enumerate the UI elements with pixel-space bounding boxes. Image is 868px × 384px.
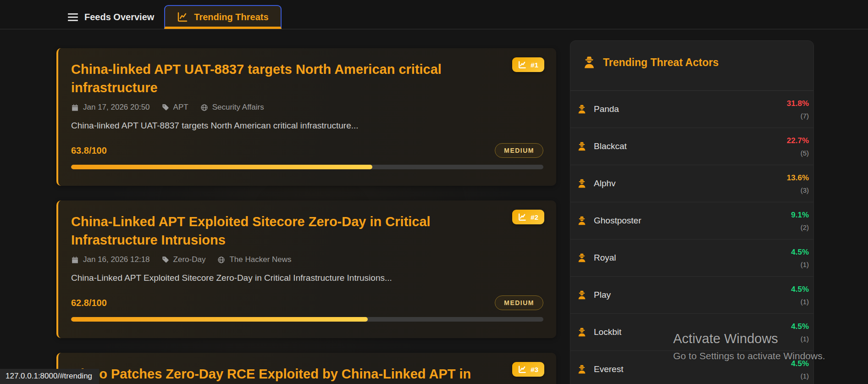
actor-name: Alphv xyxy=(594,178,616,189)
actor-trend-percent: 4.5% xyxy=(791,248,809,257)
actor-identity: Alphv xyxy=(577,178,616,189)
score-progress-track xyxy=(71,165,543,169)
threat-source: The Hacker News xyxy=(217,255,291,264)
actor-identity: Panda xyxy=(577,104,619,114)
actors-panel-header: Trending Threat Actors xyxy=(570,41,813,91)
actor-identity: Blackcat xyxy=(577,141,627,151)
spy-user-icon xyxy=(577,216,587,226)
threat-date: Jan 17, 2026 20:50 xyxy=(71,103,150,112)
actor-name: Play xyxy=(594,290,611,300)
actor-stats: 4.5% (1) xyxy=(791,322,809,343)
threat-title: Cisco Patches Zero-Day RCE Exploited by … xyxy=(71,365,502,384)
tab-bar: Feeds Overview Trending Threats xyxy=(0,0,868,29)
threat-actor-row[interactable]: Blackcat 22.7% (5) xyxy=(570,128,813,165)
actor-mention-count: (1) xyxy=(801,298,809,306)
spy-user-icon xyxy=(577,327,587,337)
actor-name: Panda xyxy=(594,104,619,114)
actor-trend-percent: 9.1% xyxy=(791,211,809,220)
actor-mention-count: (1) xyxy=(801,335,809,343)
actor-list: Panda 31.8% (7) Blackcat 22.7% (5) Alphv… xyxy=(570,91,813,384)
threat-card[interactable]: #3 Cisco Patches Zero-Day RCE Exploited … xyxy=(56,353,556,384)
tab-trending-threats-label: Trending Threats xyxy=(194,12,268,22)
actor-identity: Play xyxy=(577,290,611,300)
threat-date: Jan 16, 2026 12:18 xyxy=(71,255,150,264)
actor-stats: 31.8% (7) xyxy=(787,99,809,120)
actor-trend-percent: 22.7% xyxy=(787,136,809,145)
actor-trend-percent: 31.8% xyxy=(787,99,809,108)
actor-name: Royal xyxy=(594,253,616,263)
spy-user-icon xyxy=(577,364,587,374)
calendar-icon xyxy=(71,256,79,264)
actor-mention-count: (2) xyxy=(801,223,809,231)
rank-number: #1 xyxy=(531,61,538,69)
threat-card[interactable]: #2 China-Linked APT Exploited Sitecore Z… xyxy=(56,200,556,338)
actor-trend-percent: 4.5% xyxy=(791,285,809,294)
globe-icon xyxy=(217,256,225,264)
threat-description: China-linked APT UAT-8837 targets North … xyxy=(71,121,543,131)
trending-threats-list: #1 China-linked APT UAT-8837 targets Nor… xyxy=(56,48,556,384)
chart-line-icon xyxy=(177,11,188,22)
threat-tag: APT xyxy=(162,103,188,112)
chart-line-icon xyxy=(518,61,526,69)
threat-score: 63.8/100 xyxy=(71,145,107,156)
spy-user-icon xyxy=(577,104,587,114)
actor-mention-count: (1) xyxy=(801,261,809,268)
status-bar-url: 127.0.0.1:8000/#trending xyxy=(0,369,99,384)
threat-actor-row[interactable]: Royal 4.5% (1) xyxy=(570,239,813,277)
trend-rank-badge: #3 xyxy=(512,362,544,377)
actor-name: Blackcat xyxy=(594,141,627,151)
threat-actor-row[interactable]: Alphv 13.6% (3) xyxy=(570,165,813,202)
threat-score-row: 63.8/100 MEDIUM xyxy=(71,143,543,158)
tag-icon xyxy=(162,256,169,263)
threat-title: China-Linked APT Exploited Sitecore Zero… xyxy=(71,212,502,249)
globe-icon xyxy=(200,104,208,111)
actor-mention-count: (7) xyxy=(801,112,809,120)
actor-identity: Everest xyxy=(577,364,623,374)
threat-title: China-linked APT UAT-8837 targets North … xyxy=(71,60,502,97)
actor-stats: 13.6% (3) xyxy=(787,173,809,194)
actor-stats: 4.5% (1) xyxy=(791,285,809,306)
threat-card[interactable]: #1 China-linked APT UAT-8837 targets Nor… xyxy=(56,48,556,186)
threat-source: Security Affairs xyxy=(200,103,264,112)
chart-line-icon xyxy=(518,365,526,373)
threat-actor-row[interactable]: Panda 31.8% (7) xyxy=(570,91,813,128)
rank-number: #3 xyxy=(531,366,538,373)
tab-trending-threats[interactable]: Trending Threats xyxy=(164,5,281,29)
trending-threat-actors-panel: Trending Threat Actors Panda 31.8% (7) B… xyxy=(570,40,814,384)
threat-tag-label: Zero-Day xyxy=(173,255,206,264)
threat-tag: Zero-Day xyxy=(162,255,206,264)
spy-user-secret-icon xyxy=(582,56,596,69)
threat-actor-row[interactable]: Ghostposter 9.1% (2) xyxy=(570,202,813,239)
threat-date-label: Jan 16, 2026 12:18 xyxy=(83,255,150,264)
actor-mention-count: (3) xyxy=(801,186,809,194)
chart-line-icon xyxy=(518,213,526,221)
trend-rank-badge: #1 xyxy=(512,57,544,72)
actor-stats: 9.1% (2) xyxy=(791,211,809,231)
actor-mention-count: (5) xyxy=(801,149,809,157)
severity-badge: MEDIUM xyxy=(495,143,543,158)
score-progress-fill xyxy=(71,165,372,169)
calendar-icon xyxy=(71,104,79,111)
actor-name: Everest xyxy=(594,364,623,374)
actor-identity: Ghostposter xyxy=(577,216,641,226)
tab-feeds-overview[interactable]: Feeds Overview xyxy=(57,5,164,29)
threat-actor-row[interactable]: Play 4.5% (1) xyxy=(570,277,813,314)
threat-source-label: Security Affairs xyxy=(212,103,264,112)
spy-user-icon xyxy=(577,290,587,300)
main-content: #1 China-linked APT UAT-8837 targets Nor… xyxy=(0,29,868,384)
threat-actor-row[interactable]: Lockbit 4.5% (1) xyxy=(570,314,813,351)
actor-name: Ghostposter xyxy=(594,216,641,226)
severity-badge: MEDIUM xyxy=(495,295,543,310)
trend-rank-badge: #2 xyxy=(512,210,544,224)
threat-actor-row[interactable]: Everest 4.5% (1) xyxy=(570,351,813,384)
tag-icon xyxy=(162,104,169,111)
threat-description: China-Linked APT Exploited Sitecore Zero… xyxy=(71,273,543,283)
threat-score: 62.8/100 xyxy=(71,298,107,308)
tab-feeds-overview-label: Feeds Overview xyxy=(84,12,154,22)
actor-trend-percent: 13.6% xyxy=(787,173,809,183)
threat-score-row: 62.8/100 MEDIUM xyxy=(71,295,543,310)
actor-trend-percent: 4.5% xyxy=(791,322,809,331)
actor-stats: 4.5% (1) xyxy=(791,248,809,268)
rank-number: #2 xyxy=(531,213,538,221)
threat-source-label: The Hacker News xyxy=(229,255,291,264)
